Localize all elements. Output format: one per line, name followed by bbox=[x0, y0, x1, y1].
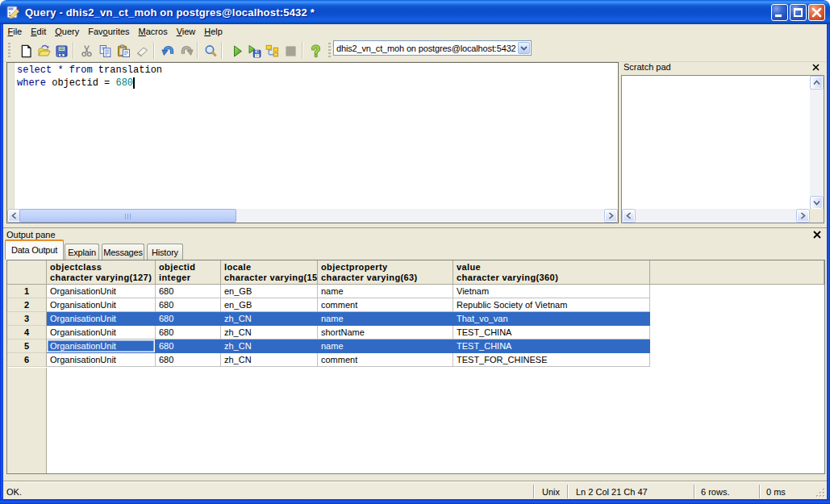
maximize-button[interactable] bbox=[790, 4, 807, 21]
grid-cell[interactable]: 680 bbox=[156, 326, 221, 339]
combo-dropdown-button[interactable] bbox=[518, 42, 530, 54]
redo-button[interactable] bbox=[177, 42, 195, 60]
grid-cell[interactable]: OrganisationUnit bbox=[47, 312, 156, 326]
paste-button[interactable] bbox=[115, 42, 132, 60]
row-number[interactable]: 1 bbox=[7, 285, 47, 298]
toolbar-gripper[interactable] bbox=[328, 43, 331, 58]
cancel-query-button[interactable] bbox=[282, 42, 299, 60]
menu-file[interactable]: File bbox=[3, 26, 27, 37]
grid-cell[interactable]: comment bbox=[318, 353, 453, 367]
menu-view[interactable]: View bbox=[172, 26, 200, 37]
grid-cell[interactable]: en_GB bbox=[221, 285, 318, 298]
scroll-right-button[interactable] bbox=[796, 209, 810, 223]
toolbar-separator bbox=[73, 42, 74, 59]
new-button[interactable] bbox=[17, 42, 35, 60]
column-header-locale[interactable]: localecharacter varying(15) bbox=[221, 260, 318, 285]
scratch-pad-textarea[interactable] bbox=[621, 75, 824, 223]
row-number[interactable]: 2 bbox=[7, 298, 47, 312]
scratchpad-hscrollbar[interactable] bbox=[622, 209, 810, 223]
execute-query-button[interactable] bbox=[228, 42, 246, 60]
grid-cell[interactable]: TEST_CHINA bbox=[453, 339, 650, 353]
scratchpad-vscrollbar[interactable] bbox=[810, 76, 824, 210]
save-button[interactable] bbox=[52, 42, 70, 60]
row-header-filler bbox=[7, 368, 47, 473]
copy-button[interactable] bbox=[96, 42, 114, 60]
grid-cell[interactable]: en_GB bbox=[221, 298, 318, 312]
grid-cell[interactable]: name bbox=[318, 339, 453, 353]
row-number[interactable]: 6 bbox=[7, 353, 47, 367]
grid-cell[interactable]: zh_CN bbox=[221, 339, 318, 353]
scratchpad-close-button[interactable] bbox=[810, 63, 821, 73]
grid-cell[interactable]: 680 bbox=[156, 312, 221, 326]
grid-cell[interactable]: 680 bbox=[156, 285, 221, 298]
grid-cell[interactable]: That_vo_van bbox=[453, 312, 650, 326]
row-number[interactable]: 5 bbox=[7, 339, 47, 353]
undo-button[interactable] bbox=[159, 42, 177, 60]
grid-cell[interactable]: name bbox=[318, 312, 453, 326]
grid-cell[interactable]: zh_CN bbox=[221, 312, 318, 326]
menu-query[interactable]: Query bbox=[51, 26, 84, 37]
grid-cell[interactable]: comment bbox=[318, 298, 453, 312]
redo-icon bbox=[180, 44, 194, 58]
find-button[interactable] bbox=[202, 42, 219, 60]
grid-cell[interactable]: shortName bbox=[318, 326, 453, 339]
tab-messages[interactable]: Messages bbox=[102, 244, 144, 260]
cut-button[interactable] bbox=[77, 42, 95, 60]
row-number[interactable]: 4 bbox=[7, 326, 47, 339]
open-button[interactable] bbox=[35, 42, 52, 60]
menu-help[interactable]: Help bbox=[200, 26, 227, 37]
sql-editor[interactable]: select * from translationwhere objectid … bbox=[6, 62, 619, 223]
scroll-up-button[interactable] bbox=[810, 76, 824, 90]
menu-edit[interactable]: Edit bbox=[27, 26, 51, 37]
help-button[interactable] bbox=[307, 42, 324, 60]
grid-cell[interactable]: 680 bbox=[156, 353, 221, 367]
tab-history[interactable]: History bbox=[147, 244, 183, 260]
scroll-left-button[interactable] bbox=[622, 209, 636, 223]
grid-cell[interactable]: 680 bbox=[156, 339, 221, 353]
menu-macros[interactable]: Macros bbox=[134, 26, 172, 37]
editor-hscroll-thumb[interactable] bbox=[19, 209, 236, 223]
grid-cell[interactable]: 680 bbox=[156, 298, 221, 312]
row-number[interactable]: 3 bbox=[7, 312, 47, 326]
menu-favourites[interactable]: Favourites bbox=[84, 26, 134, 37]
column-name: objectid bbox=[159, 262, 220, 273]
column-header-value[interactable]: valuecharacter varying(360) bbox=[453, 260, 650, 285]
data-output-grid[interactable]: objectclasscharacter varying(127)objecti… bbox=[6, 260, 825, 474]
clear-window-button[interactable] bbox=[133, 42, 151, 60]
grid-cell[interactable]: OrganisationUnit bbox=[47, 285, 156, 298]
grid-cell[interactable]: OrganisationUnit bbox=[47, 326, 156, 339]
tab-data-output[interactable]: Data Output bbox=[5, 240, 64, 260]
titlebar[interactable]: Query - dhis2_vn_ct_moh on postgres@loca… bbox=[0, 0, 830, 24]
scroll-down-button[interactable] bbox=[810, 196, 824, 210]
grid-cell[interactable]: OrganisationUnit bbox=[47, 339, 156, 353]
explain-query-button[interactable] bbox=[263, 42, 281, 60]
grid-corner-cell[interactable] bbox=[7, 260, 47, 285]
grid-cell[interactable]: zh_CN bbox=[221, 353, 318, 367]
column-header-objectid[interactable]: objectidinteger bbox=[156, 260, 221, 285]
column-header-objectclass[interactable]: objectclasscharacter varying(127) bbox=[47, 260, 156, 285]
grid-cell[interactable]: OrganisationUnit bbox=[47, 353, 156, 367]
grid-cell[interactable]: Vietnam bbox=[453, 285, 650, 298]
scrollbar-corner bbox=[810, 209, 824, 223]
editor-hscrollbar[interactable] bbox=[7, 209, 618, 223]
sql-text[interactable]: select * from translationwhere objectid … bbox=[17, 64, 162, 90]
grid-cell[interactable]: name bbox=[318, 285, 453, 298]
resize-grip[interactable] bbox=[815, 488, 826, 498]
close-icon bbox=[812, 64, 820, 71]
close-button[interactable] bbox=[808, 4, 825, 21]
status-cursor-position: Ln 2 Col 21 Ch 47 bbox=[576, 487, 648, 497]
toolbar-gripper[interactable] bbox=[8, 43, 10, 58]
column-name: locale bbox=[224, 262, 317, 273]
grid-cell[interactable]: Republic Society of Vietnam bbox=[453, 298, 650, 312]
scroll-right-button[interactable] bbox=[604, 209, 618, 223]
connection-combobox[interactable]: dhis2_vn_ct_moh on postgres@localhost:54… bbox=[333, 40, 532, 56]
execute-to-file-button[interactable] bbox=[245, 42, 263, 60]
column-header-objectproperty[interactable]: objectpropertycharacter varying(63) bbox=[318, 260, 453, 285]
grid-cell[interactable]: OrganisationUnit bbox=[47, 298, 156, 312]
grid-cell[interactable]: TEST_FOR_CHINESE bbox=[453, 353, 650, 367]
minimize-button[interactable] bbox=[771, 4, 788, 21]
grid-cell[interactable]: zh_CN bbox=[221, 326, 318, 339]
grid-cell[interactable]: TEST_CHINA bbox=[453, 326, 650, 339]
tab-explain[interactable]: Explain bbox=[65, 244, 99, 260]
query-window-icon bbox=[6, 5, 21, 19]
